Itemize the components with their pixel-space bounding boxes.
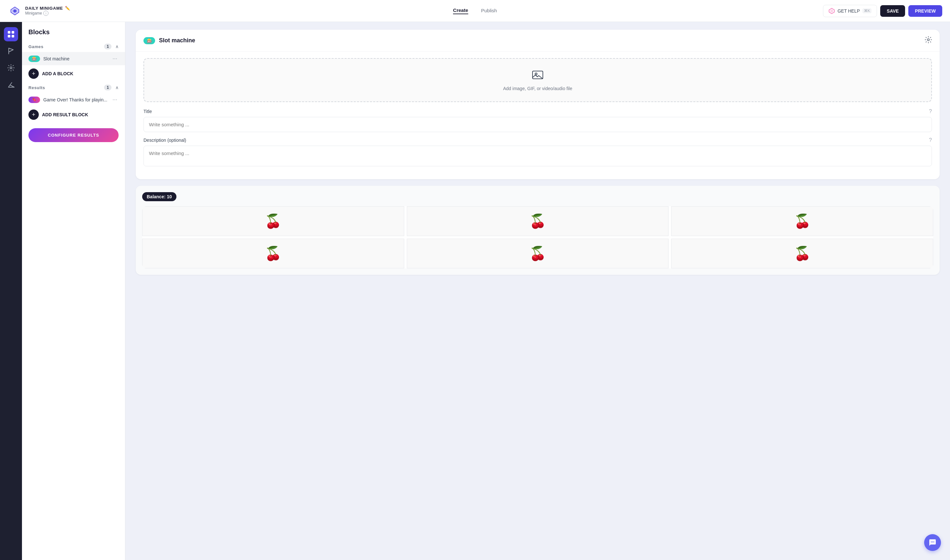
svg-rect-8 bbox=[8, 35, 10, 37]
description-label-text: Description (optional) bbox=[143, 138, 186, 143]
rail-flag-icon[interactable] bbox=[4, 44, 18, 58]
card-title: Slot machine bbox=[159, 37, 195, 44]
icon-rail bbox=[0, 22, 22, 560]
slot-cell-3: 🍒 bbox=[142, 238, 404, 268]
slot-machine-icon: 🎰 bbox=[28, 55, 40, 62]
app-title-text: DAILY MINIGAME bbox=[25, 6, 63, 11]
title-input[interactable] bbox=[143, 117, 932, 132]
chat-button[interactable] bbox=[924, 534, 941, 551]
slot-machine-card: 🎰 Slot machine bbox=[136, 30, 940, 179]
rail-blocks-icon[interactable] bbox=[4, 27, 18, 42]
preview-button[interactable]: PREVIEW bbox=[908, 5, 942, 17]
add-block-label: ADD A BLOCK bbox=[42, 71, 73, 76]
svg-rect-7 bbox=[12, 31, 14, 34]
slot-emoji-3: 🍒 bbox=[265, 247, 281, 260]
result-label: Game Over! Thanks for playin... bbox=[43, 97, 108, 102]
subtitle-text: Minigame bbox=[25, 11, 42, 15]
topbar-actions: GET HELP ⌘K SAVE PREVIEW bbox=[823, 5, 942, 17]
slot-grid: 🍒 🍒 🍒 🍒 🍒 🍒 bbox=[142, 206, 933, 268]
slot-cell-2: 🍒 bbox=[671, 206, 933, 236]
results-chevron-icon: ∧ bbox=[116, 85, 119, 90]
game-preview-card: Balance: 10 🍒 🍒 🍒 🍒 🍒 🍒 bbox=[136, 186, 940, 275]
add-result-label: ADD RESULT BLOCK bbox=[42, 112, 88, 117]
info-icon[interactable]: i bbox=[43, 11, 48, 16]
card-settings-button[interactable] bbox=[925, 36, 932, 45]
main-content: 🎰 Slot machine bbox=[125, 22, 950, 560]
description-help-icon[interactable]: ? bbox=[929, 137, 932, 143]
svg-point-11 bbox=[927, 39, 929, 41]
svg-rect-6 bbox=[8, 31, 10, 34]
app-title: DAILY MINIGAME ✏️ bbox=[25, 6, 70, 11]
add-result-plus-icon: + bbox=[28, 109, 39, 120]
title-help-icon[interactable]: ? bbox=[929, 109, 932, 114]
games-section-label: Games bbox=[28, 44, 44, 49]
top-nav: Create Publish bbox=[453, 8, 497, 14]
logo-icon bbox=[8, 4, 22, 18]
sidebar-item-result[interactable]: 🔖 Game Over! Thanks for playin... ··· bbox=[22, 93, 125, 106]
main-layout: Blocks Games 1 ∧ 🎰 Slot machine ··· + AD… bbox=[0, 22, 950, 560]
slot-machine-more-icon[interactable]: ··· bbox=[111, 55, 119, 62]
description-input[interactable] bbox=[143, 146, 932, 166]
slot-emoji-5: 🍒 bbox=[794, 247, 811, 260]
svg-marker-5 bbox=[830, 9, 833, 12]
rail-settings-icon[interactable] bbox=[4, 61, 18, 75]
slot-emoji-1: 🍒 bbox=[529, 214, 546, 228]
media-upload-area[interactable]: Add image, GIF, or video/audio file bbox=[143, 58, 932, 102]
slot-cell-0: 🍒 bbox=[142, 206, 404, 236]
slot-emoji-4: 🍒 bbox=[529, 247, 546, 260]
svg-point-15 bbox=[932, 542, 933, 543]
add-block-button[interactable]: + ADD A BLOCK bbox=[22, 65, 125, 82]
kbd-shortcut: ⌘K bbox=[862, 8, 871, 13]
app-subtitle: Minigame i bbox=[25, 11, 70, 16]
sidebar: Blocks Games 1 ∧ 🎰 Slot machine ··· + AD… bbox=[22, 22, 125, 560]
results-section-header[interactable]: Results 1 ∧ bbox=[22, 82, 125, 93]
slot-cell-5: 🍒 bbox=[671, 238, 933, 268]
games-section-right: 1 ∧ bbox=[104, 44, 119, 49]
results-count-badge: 1 bbox=[104, 85, 111, 91]
sidebar-item-slot-machine[interactable]: 🎰 Slot machine ··· bbox=[22, 52, 125, 65]
svg-point-14 bbox=[931, 542, 932, 543]
media-upload-label: Add image, GIF, or video/audio file bbox=[503, 86, 572, 91]
games-count-badge: 1 bbox=[104, 44, 111, 49]
edit-title-icon[interactable]: ✏️ bbox=[65, 6, 71, 11]
get-help-button[interactable]: GET HELP ⌘K bbox=[823, 5, 877, 17]
topbar: DAILY MINIGAME ✏️ Minigame i Create Publ… bbox=[0, 0, 950, 22]
add-block-plus-icon: + bbox=[28, 68, 39, 79]
games-section-header[interactable]: Games 1 ∧ bbox=[22, 41, 125, 52]
results-section-label: Results bbox=[28, 85, 45, 90]
svg-rect-9 bbox=[12, 35, 14, 37]
title-label-text: Title bbox=[143, 109, 152, 114]
media-upload-icon bbox=[532, 69, 543, 83]
add-result-button[interactable]: + ADD RESULT BLOCK bbox=[22, 106, 125, 123]
svg-point-16 bbox=[933, 542, 935, 543]
description-field-group: Description (optional) ? bbox=[143, 137, 932, 168]
card-header: 🎰 Slot machine bbox=[136, 30, 940, 52]
card-title-group: 🎰 Slot machine bbox=[143, 37, 195, 44]
card-slot-machine-icon: 🎰 bbox=[143, 37, 155, 44]
svg-point-10 bbox=[10, 67, 12, 69]
slot-emoji-0: 🍒 bbox=[265, 214, 281, 228]
nav-publish[interactable]: Publish bbox=[481, 8, 497, 14]
logo-area: DAILY MINIGAME ✏️ Minigame i bbox=[8, 4, 70, 18]
slot-emoji-2: 🍒 bbox=[794, 214, 811, 228]
configure-results-button[interactable]: CONFIGURE RESULTS bbox=[28, 128, 119, 142]
slot-cell-4: 🍒 bbox=[407, 238, 669, 268]
save-button[interactable]: SAVE bbox=[880, 5, 905, 17]
result-more-icon[interactable]: ··· bbox=[111, 96, 119, 103]
title-field-label: Title ? bbox=[143, 109, 932, 114]
result-icon: 🔖 bbox=[28, 97, 40, 103]
sidebar-title: Blocks bbox=[22, 28, 125, 41]
slot-cell-1: 🍒 bbox=[407, 206, 669, 236]
get-help-label: GET HELP bbox=[837, 8, 860, 14]
app-title-group: DAILY MINIGAME ✏️ Minigame i bbox=[25, 6, 70, 16]
nav-create[interactable]: Create bbox=[453, 8, 468, 14]
slot-machine-label: Slot machine bbox=[43, 56, 108, 62]
rail-share-icon[interactable] bbox=[4, 77, 18, 92]
results-section-right: 1 ∧ bbox=[104, 85, 119, 91]
balance-badge: Balance: 10 bbox=[142, 192, 176, 201]
description-field-label: Description (optional) ? bbox=[143, 137, 932, 143]
card-body: Add image, GIF, or video/audio file Titl… bbox=[136, 52, 940, 179]
title-field-group: Title ? bbox=[143, 109, 932, 132]
games-chevron-icon: ∧ bbox=[116, 44, 119, 49]
